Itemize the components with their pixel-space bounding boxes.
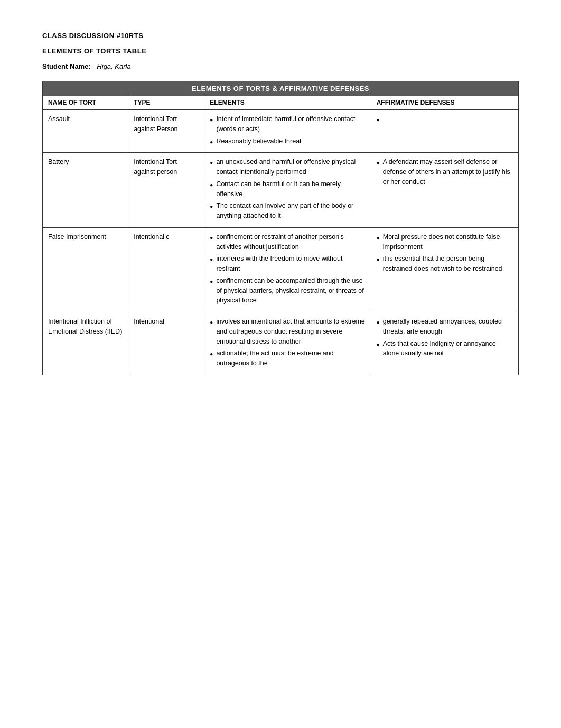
tort-defenses-false-imprisonment: Moral pressure does not constitute false…	[371, 227, 518, 312]
page-title: CLASS DISCUSSION #10RTS	[42, 32, 519, 40]
table-row: Intentional Infliction of Emotional Dist…	[43, 312, 519, 375]
list-item: generally repeated annoyances, coupled t…	[377, 317, 513, 337]
list-item: involves an intentional act that amounts…	[210, 317, 365, 346]
table-row: Assault Intentional Tort against Person …	[43, 110, 519, 153]
page-subtitle: ELEMENTS OF TORTS TABLE	[42, 47, 519, 55]
list-item: interferes with the freedom to move with…	[210, 254, 365, 274]
list-item: The contact can involve any part of the …	[210, 201, 365, 221]
tort-defenses-iied: generally repeated annoyances, coupled t…	[371, 312, 518, 375]
col-header-name: NAME OF TORT	[43, 96, 128, 110]
list-item: confinement or restraint of another pers…	[210, 232, 365, 252]
list-item	[377, 114, 513, 124]
tort-name-battery: Battery	[43, 153, 128, 228]
table-main-header: ELEMENTS OF TORTS & AFFIRMATIVE DEFENSES	[43, 81, 519, 96]
student-name-line: Student Name: Higa, Karla	[42, 62, 519, 70]
list-item: it is essential that the person being re…	[377, 254, 513, 274]
table-main-header-row: ELEMENTS OF TORTS & AFFIRMATIVE DEFENSES	[43, 81, 519, 96]
tort-elements-assault: Intent of immediate harmful or offensive…	[204, 110, 371, 153]
list-item: actionable; the act must be extreme and …	[210, 348, 365, 368]
list-item: Acts that cause indignity or annoyance a…	[377, 339, 513, 359]
table-row: Battery Intentional Tort against person …	[43, 153, 519, 228]
list-item: Intent of immediate harmful or offensive…	[210, 114, 365, 134]
list-item: A defendant may assert self defense or d…	[377, 157, 513, 187]
tort-elements-iied: involves an intentional act that amounts…	[204, 312, 371, 375]
tort-type-false-imprisonment: Intentional c	[128, 227, 204, 312]
list-item: an unexcused and harmful or offensive ph…	[210, 157, 365, 177]
torts-table: ELEMENTS OF TORTS & AFFIRMATIVE DEFENSES…	[42, 81, 519, 375]
page-header: CLASS DISCUSSION #10RTS ELEMENTS OF TORT…	[42, 32, 519, 70]
tort-name-false-imprisonment: False Imprisonment	[43, 227, 128, 312]
column-headers-row: NAME OF TORT TYPE ELEMENTS AFFIRMATIVE D…	[43, 96, 519, 110]
tort-type-assault: Intentional Tort against Person	[128, 110, 204, 153]
tort-type-battery: Intentional Tort against person	[128, 153, 204, 228]
list-item: Contact can be harmful or it can be mere…	[210, 179, 365, 199]
tort-name-assault: Assault	[43, 110, 128, 153]
student-label: Student Name:	[42, 62, 91, 70]
student-name-value: Higa, Karla	[97, 62, 130, 70]
col-header-elements: ELEMENTS	[204, 96, 371, 110]
tort-defenses-assault	[371, 110, 518, 153]
col-header-type: TYPE	[128, 96, 204, 110]
tort-elements-false-imprisonment: confinement or restraint of another pers…	[204, 227, 371, 312]
list-item: Reasonably believable threat	[210, 136, 365, 146]
tort-defenses-battery: A defendant may assert self defense or d…	[371, 153, 518, 228]
tort-name-iied: Intentional Infliction of Emotional Dist…	[43, 312, 128, 375]
table-row: False Imprisonment Intentional c confine…	[43, 227, 519, 312]
tort-elements-battery: an unexcused and harmful or offensive ph…	[204, 153, 371, 228]
col-header-defenses: AFFIRMATIVE DEFENSES	[371, 96, 518, 110]
tort-type-iied: Intentional	[128, 312, 204, 375]
list-item: Moral pressure does not constitute false…	[377, 232, 513, 252]
list-item: confinement can be accompanied through t…	[210, 276, 365, 306]
